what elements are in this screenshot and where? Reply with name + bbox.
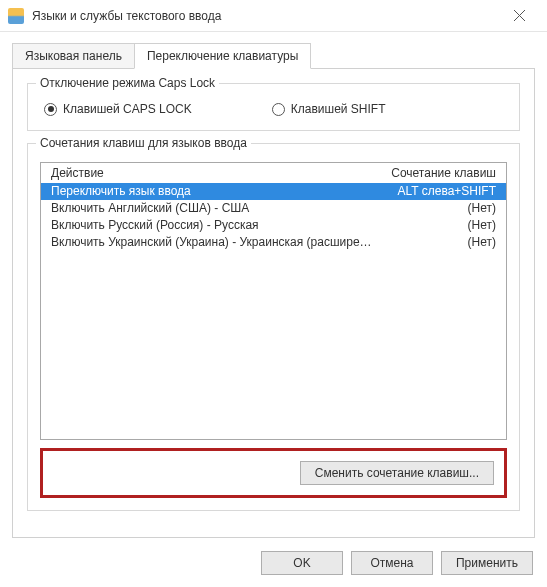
tab-panel: Отключение режима Caps Lock Клавишей CAP…	[12, 69, 535, 538]
button-label: Отмена	[370, 556, 413, 570]
cell-hotkey: (Нет)	[376, 218, 496, 232]
radio-label: Клавишей CAPS LOCK	[63, 102, 192, 116]
button-label: Сменить сочетание клавиш...	[315, 466, 479, 480]
window-title: Языки и службы текстового ввода	[32, 9, 499, 23]
cell-action: Включить Русский (Россия) - Русская	[51, 218, 376, 232]
groupbox-legend: Сочетания клавиш для языков ввода	[36, 136, 251, 150]
tab-language-bar[interactable]: Языковая панель	[12, 43, 135, 69]
list-header: Действие Сочетание клавиш	[41, 163, 506, 183]
button-label: OK	[293, 556, 310, 570]
close-icon	[514, 10, 525, 21]
hotkeys-listview[interactable]: Действие Сочетание клавиш Переключить яз…	[40, 162, 507, 440]
close-button[interactable]	[499, 2, 539, 30]
radio-group: Клавишей CAPS LOCK Клавишей SHIFT	[40, 98, 507, 118]
capslock-groupbox: Отключение режима Caps Lock Клавишей CAP…	[27, 83, 520, 131]
list-item[interactable]: Переключить язык ввода ALT слева+SHIFT	[41, 183, 506, 200]
tab-label: Переключение клавиатуры	[147, 49, 298, 63]
cell-hotkey: (Нет)	[376, 235, 496, 249]
radio-icon	[272, 103, 285, 116]
cell-hotkey: ALT слева+SHIFT	[376, 184, 496, 198]
list-item[interactable]: Включить Русский (Россия) - Русская (Нет…	[41, 217, 506, 234]
radio-label: Клавишей SHIFT	[291, 102, 386, 116]
radio-icon	[44, 103, 57, 116]
dialog-footer: OK Отмена Применить	[261, 551, 533, 575]
cell-action: Включить Украинский (Украина) - Украинск…	[51, 235, 376, 249]
app-icon	[8, 8, 24, 24]
dialog-window: Языки и службы текстового ввода Языковая…	[0, 0, 547, 587]
cell-action: Включить Английский (США) - США	[51, 201, 376, 215]
hotkeys-groupbox: Сочетания клавиш для языков ввода Действ…	[27, 143, 520, 511]
apply-button[interactable]: Применить	[441, 551, 533, 575]
change-hotkey-button[interactable]: Сменить сочетание клавиш...	[300, 461, 494, 485]
column-header-hotkey: Сочетание клавиш	[366, 166, 496, 180]
groupbox-legend: Отключение режима Caps Lock	[36, 76, 219, 90]
change-hotkey-row: Сменить сочетание клавиш...	[40, 448, 507, 498]
tab-keyboard-switch[interactable]: Переключение клавиатуры	[134, 43, 311, 69]
tab-label: Языковая панель	[25, 49, 122, 63]
client-area: Языковая панель Переключение клавиатуры …	[0, 32, 547, 550]
cancel-button[interactable]: Отмена	[351, 551, 433, 575]
radio-capslock[interactable]: Клавишей CAPS LOCK	[44, 102, 192, 116]
tab-strip: Языковая панель Переключение клавиатуры	[12, 42, 535, 69]
titlebar: Языки и службы текстового ввода	[0, 0, 547, 32]
button-label: Применить	[456, 556, 518, 570]
list-item[interactable]: Включить Английский (США) - США (Нет)	[41, 200, 506, 217]
list-item[interactable]: Включить Украинский (Украина) - Украинск…	[41, 234, 506, 251]
column-header-action: Действие	[51, 166, 366, 180]
cell-hotkey: (Нет)	[376, 201, 496, 215]
ok-button[interactable]: OK	[261, 551, 343, 575]
radio-shift[interactable]: Клавишей SHIFT	[272, 102, 386, 116]
cell-action: Переключить язык ввода	[51, 184, 376, 198]
list-body: Переключить язык ввода ALT слева+SHIFT В…	[41, 183, 506, 439]
